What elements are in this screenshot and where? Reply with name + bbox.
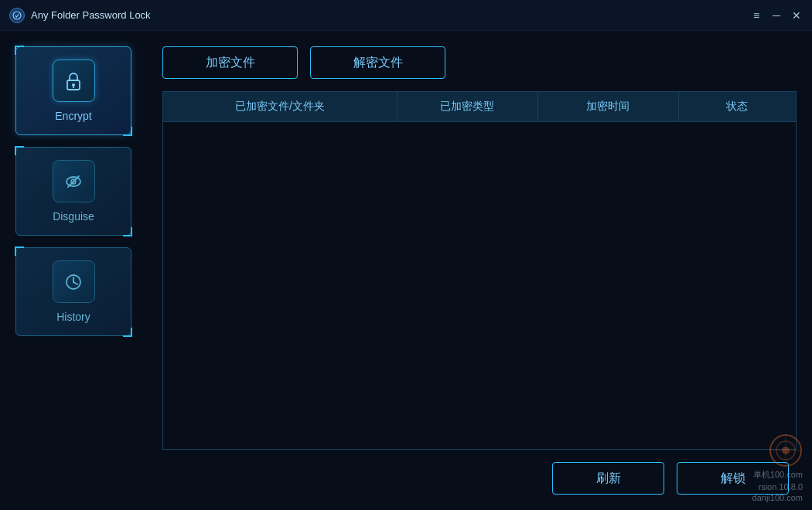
table-body: [163, 122, 796, 449]
watermark-logo-icon: [769, 434, 803, 468]
col-type: 已加密类型: [397, 92, 538, 121]
app-icon: [9, 8, 25, 23]
disguise-label: Disguise: [53, 210, 94, 223]
watermark-line1: 单机100.com: [753, 469, 803, 481]
table-header: 已加密文件/文件夹 已加密类型 加密时间 状态: [163, 92, 796, 122]
lock-icon: [53, 60, 95, 102]
refresh-button[interactable]: 刷新: [552, 462, 664, 495]
eye-icon: [53, 160, 95, 202]
bottom-bar: 刷新 解锁: [162, 462, 797, 495]
app-title: Any Folder Password Lock: [31, 9, 151, 21]
titlebar-left: Any Folder Password Lock: [9, 8, 151, 23]
decrypt-file-button[interactable]: 解密文件: [310, 46, 445, 79]
close-button[interactable]: ✕: [790, 9, 803, 22]
svg-point-11: [73, 280, 74, 282]
col-time: 加密时间: [538, 92, 679, 121]
sidebar: Encrypt Disguise: [0, 31, 147, 510]
watermark-line2: rsion 10.8.0: [759, 482, 803, 491]
sidebar-item-encrypt[interactable]: Encrypt: [15, 46, 131, 135]
menu-button[interactable]: ≡: [750, 9, 763, 22]
file-table: 已加密文件/文件夹 已加密类型 加密时间 状态: [162, 91, 797, 450]
svg-point-0: [13, 12, 21, 19]
sidebar-item-history[interactable]: History: [15, 247, 131, 336]
history-label: History: [56, 311, 90, 323]
encrypt-label: Encrypt: [55, 110, 91, 122]
col-status: 状态: [679, 92, 796, 121]
titlebar: Any Folder Password Lock ≡ ─ ✕: [0, 0, 812, 31]
svg-point-2: [72, 83, 75, 87]
top-buttons: 加密文件 解密文件: [162, 46, 797, 79]
main-content: 加密文件 解密文件 已加密文件/文件夹 已加密类型 加密时间 状态 刷新 解锁: [147, 31, 812, 510]
window-controls: ≡ ─ ✕: [750, 9, 803, 22]
clock-icon: [53, 260, 95, 303]
watermark: 单机100.com rsion 10.8.0 danji100.com: [752, 434, 803, 502]
col-filename: 已加密文件/文件夹: [163, 92, 397, 121]
encrypt-file-button[interactable]: 加密文件: [162, 46, 298, 79]
minimize-button[interactable]: ─: [770, 9, 783, 22]
app-body: Encrypt Disguise: [0, 31, 812, 510]
sidebar-item-disguise[interactable]: Disguise: [15, 147, 131, 236]
watermark-line3: danji100.com: [752, 493, 803, 502]
